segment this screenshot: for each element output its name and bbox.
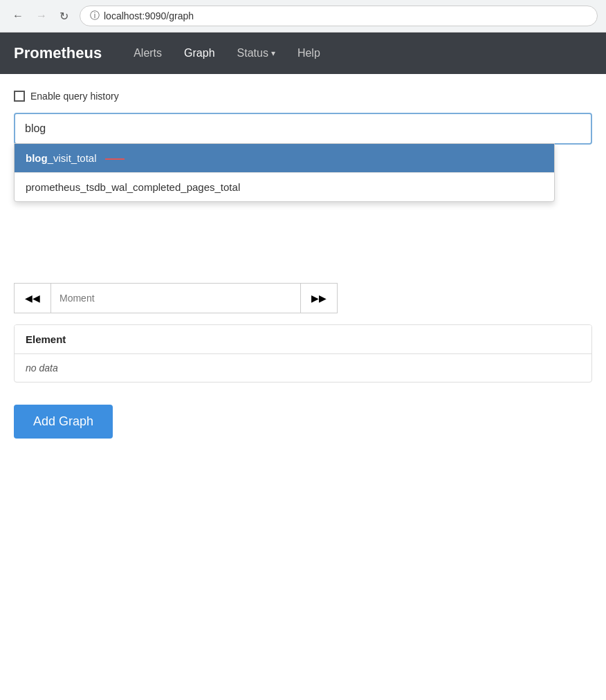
moment-input[interactable] (51, 283, 300, 313)
query-input-container: blog_visit_total prometheus_tsdb_wal_com… (14, 113, 592, 145)
navbar: Prometheus Alerts Graph Status ▾ Help (0, 33, 606, 74)
table-header: Element (15, 325, 591, 354)
query-history-row: Enable query history (14, 91, 592, 102)
time-back-button[interactable]: ◀◀ (14, 283, 51, 313)
status-dropdown-arrow: ▾ (271, 48, 275, 58)
time-forward-button[interactable]: ▶▶ (300, 283, 338, 313)
browser-chrome: ← → ↻ ⓘ localhost:9090/graph (0, 0, 606, 33)
nav-graph[interactable]: Graph (173, 33, 226, 74)
autocomplete-item-1[interactable]: blog_visit_total (15, 144, 554, 172)
autocomplete-suffix-1: _visit_total (48, 152, 97, 164)
autocomplete-item-2[interactable]: prometheus_tsdb_wal_completed_pages_tota… (15, 173, 554, 201)
results-table: Element no data (14, 324, 592, 383)
query-history-checkbox[interactable] (14, 91, 25, 102)
no-data-label: no data (26, 362, 58, 374)
add-graph-button[interactable]: Add Graph (14, 405, 113, 439)
autocomplete-full-2: prometheus_tsdb_wal_completed_pages_tota… (26, 181, 240, 193)
back-button[interactable]: ← (8, 8, 28, 24)
navbar-brand[interactable]: Prometheus (14, 44, 102, 62)
navbar-links: Alerts Graph Status ▾ Help (122, 33, 331, 74)
nav-alerts[interactable]: Alerts (122, 33, 173, 74)
address-url: localhost:9090/graph (104, 10, 194, 21)
autocomplete-dropdown: blog_visit_total prometheus_tsdb_wal_com… (14, 143, 555, 202)
query-history-label: Enable query history (30, 91, 119, 102)
info-icon: ⓘ (90, 10, 100, 22)
browser-navigation: ← → ↻ (8, 8, 73, 24)
time-controls-row: ◀◀ ▶▶ (14, 283, 592, 313)
red-line-decoration-1 (105, 158, 125, 160)
address-bar[interactable]: ⓘ localhost:9090/graph (80, 6, 598, 26)
nav-status[interactable]: Status ▾ (226, 33, 286, 74)
nav-help[interactable]: Help (286, 33, 331, 74)
main-content: Enable query history blog_visit_total pr… (0, 74, 606, 455)
query-input[interactable] (14, 113, 592, 145)
table-body: no data (15, 354, 591, 382)
forward-button[interactable]: → (32, 8, 51, 24)
reload-button[interactable]: ↻ (55, 8, 73, 24)
autocomplete-match-bold-1: blog (26, 152, 48, 164)
